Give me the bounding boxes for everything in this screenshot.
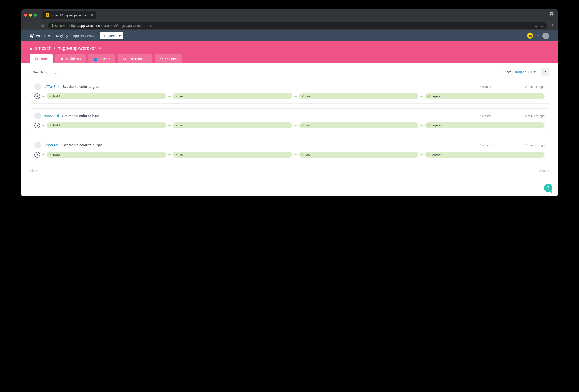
breadcrumb: smesch / hugo-app-wercker ◎ [30,41,549,54]
run-message: Set theme color to purple [63,143,103,147]
run-time: 7 minutes ago [509,143,545,147]
create-button[interactable]: ＋ Create ▾ [100,32,124,39]
check-icon: ✓ [175,94,178,98]
run-branch: ⑂master [479,114,491,118]
nav-applications[interactable]: Applications(w) [73,34,95,38]
pipeline-step[interactable]: ✓build [47,93,166,99]
run-card[interactable]: #555cd2d Set theme color to blue ⑂master… [30,109,549,133]
check-icon: ✓ [175,124,178,127]
breadcrumb-sep: / [54,46,55,51]
run-time: 5 minutes ago [509,114,545,118]
subtabs: ⧉ Runs ⇄ Workflows 👥 Access <> Environme… [30,54,549,63]
nav-registry[interactable]: Registry [56,34,68,38]
run-message: Set theme color to green [63,85,101,89]
support-chat-button[interactable]: ? [544,184,552,192]
branch-icon: ⑂ [479,114,481,118]
tab-options[interactable]: ⚙ Options [155,54,182,63]
run-branch: ⑂master [479,143,491,147]
options-icon: ⚙ [160,57,163,61]
run-hash[interactable]: #555cd2d [44,114,59,118]
run-hash[interactable]: #22244e6 [44,143,59,147]
origin-icon: ◉ [34,123,40,128]
window-minimize-icon[interactable] [29,14,32,17]
check-icon: ✓ [301,94,304,98]
view-toggle: View: Grouped | List ⟳ [504,68,549,76]
pipeline-step[interactable]: ✓build [47,122,166,128]
tab-close-icon[interactable]: × [91,13,93,17]
check-icon: ✓ [428,94,430,98]
access-icon: 👥 [93,57,97,61]
plus-icon: ＋ [103,34,106,38]
tab-environment[interactable]: <> Environment [118,54,152,63]
tab-favicon-icon: ⬢ [46,13,49,17]
brand-name: wercker [36,33,50,38]
help-icon[interactable]: ? [537,34,539,38]
tab-workflows[interactable]: ⇄ Workflows [55,54,86,63]
browser-tab[interactable]: ⬢ smesch/hugo-app-wercker × [42,11,96,19]
run-hash[interactable]: #77ed8a1 [44,85,59,89]
refresh-button[interactable]: ⟳ [541,68,549,76]
pipeline-step[interactable]: ✓test [173,122,292,128]
pipeline: ◉ ✓build ✓test ✓push ✓deploy [34,122,545,128]
view-label: View: [504,70,511,74]
notification-badge[interactable]: 15 [527,33,533,39]
secure-badge: Secure [51,24,65,28]
url-text: https://app.wercker.com/smesch/hugo-app-… [69,24,152,28]
toolbar: Search View: Grouped | List ⟳ [21,63,558,76]
pager: ‹ Newer Older › [21,165,558,175]
addressbar: ← → ⟳ Secure | https://app.wercker.com/s… [21,21,558,30]
pipeline-step[interactable]: ✓deploy [425,122,545,128]
commit-avatar [34,112,41,119]
pipeline-step[interactable]: ✓test [173,93,292,99]
target-icon: ◎ [98,46,102,51]
pipeline-step[interactable]: ✓build [47,152,166,158]
nav-reload-icon[interactable]: ⟳ [40,24,46,28]
pipeline-step[interactable]: ✓push [299,93,419,99]
brand-logo[interactable]: wercker [30,33,50,38]
window-maximize-icon[interactable] [34,14,37,17]
environment-icon: <> [123,57,127,61]
pipeline-step[interactable]: ✓push [299,122,419,128]
secure-label: Secure [55,24,65,28]
breadcrumb-owner[interactable]: smesch [35,46,52,51]
pipeline-step[interactable]: ✓deploy [425,93,545,99]
branch-icon: ⑂ [479,85,481,89]
pipeline: ◉ ✓build ✓test ✓push ✓deploy [34,93,545,99]
pipeline-step[interactable]: ✓test [173,152,292,158]
run-branch: ⑂master [479,85,491,89]
commit-avatar [34,142,41,148]
tab-title: smesch/hugo-app-wercker [51,13,88,17]
breadcrumb-app[interactable]: hugo-app-wercker [58,46,96,51]
url-zoom-icon[interactable]: ⊕ [535,24,537,28]
check-icon: ✓ [49,153,52,156]
view-grouped[interactable]: Grouped [513,70,526,74]
runs-icon: ⧉ [35,57,38,61]
page-content: wercker Registry Applications(w) ＋ Creat… [21,30,558,196]
pipeline: ◉ ✓build ✓test ✓push ✓deploy [34,152,545,158]
pager-older[interactable]: Older › [539,169,549,172]
check-icon: ✓ [301,153,304,156]
check-icon: ✓ [301,124,304,127]
pager-newer[interactable]: ‹ Newer [30,169,42,172]
tab-runs[interactable]: ⧉ Runs [30,54,53,63]
pipeline-step[interactable]: ✓deploy [425,152,545,158]
search-mode-select[interactable]: Search [30,68,50,76]
search-input[interactable] [50,68,154,76]
check-icon: ✓ [49,124,52,127]
tab-access[interactable]: 👥 Access [88,54,115,63]
view-list[interactable]: List [531,70,536,74]
nav-back-icon[interactable]: ← [24,24,29,28]
incognito-icon [549,12,554,16]
wercker-logo-icon [30,33,35,38]
user-avatar[interactable] [542,33,549,39]
run-card[interactable]: #22244e6 Set theme color to purple ⑂mast… [30,138,549,162]
browser-menu-icon[interactable]: ⋮ [550,24,555,28]
url-field[interactable]: Secure | https://app.wercker.com/smesch/… [48,22,547,29]
pipeline-step[interactable]: ✓push [299,152,419,158]
run-card[interactable]: #77ed8a1 Set theme color to green ⑂maste… [30,79,549,104]
run-time: 2 minutes ago [509,85,545,89]
run-list: #77ed8a1 Set theme color to green ⑂maste… [21,76,558,165]
lock-icon [30,47,33,50]
url-bookmark-icon[interactable]: ☆ [541,24,544,28]
window-close-icon[interactable] [24,14,27,17]
